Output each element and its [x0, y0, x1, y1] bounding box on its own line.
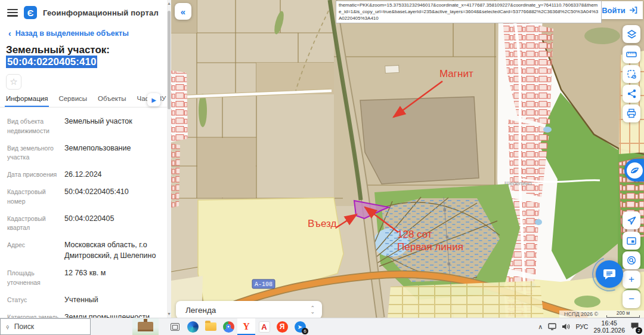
acrobat-button[interactable]: A [255, 318, 273, 335]
yandex-browser-icon: Y [243, 321, 250, 332]
field-row: Вид объекта недвижимости Земельный участ… [7, 116, 163, 136]
edge-icon [187, 321, 199, 333]
zoom-out-button[interactable]: − [623, 290, 640, 308]
scroll-up-icon[interactable]: ▲ [167, 0, 171, 7]
tab-services[interactable]: Сервисы [58, 95, 87, 107]
zoom-in-button[interactable]: + [623, 271, 640, 288]
search-placeholder: Поиск [14, 322, 34, 331]
page-title: Земельный участок: 50:04:0220405:410 [0, 38, 171, 68]
scrollbar-thumb[interactable] [168, 11, 171, 109]
ruler-icon [626, 51, 637, 58]
page-title-label: Земельный участок: [6, 44, 110, 56]
legend-bar[interactable]: Легенда ⌃⌄ [176, 301, 322, 318]
search-on-map-button[interactable] [623, 251, 640, 269]
field-row: Вид земельного участка Землепользование [7, 143, 163, 163]
login-icon [629, 7, 637, 14]
app-logo: Є [24, 6, 37, 19]
yandex-app-button[interactable]: Я [273, 318, 291, 335]
notifications-badge: 2 [636, 327, 642, 334]
news-widget[interactable] [132, 318, 159, 335]
annotation-area-1: 128 сот [397, 229, 432, 240]
layers-icon [627, 29, 637, 39]
minimap-button[interactable] [623, 232, 640, 250]
tabs-scroll-right-button[interactable]: ▶ [147, 93, 160, 106]
field-row: Площадь уточненная 12 763 кв. м [7, 268, 163, 288]
back-link[interactable]: ‹ Назад в выделенные объекты [0, 21, 171, 38]
scale-bar: 200 м [606, 311, 640, 318]
quick-panel-icon [627, 162, 643, 179]
acrobat-icon: A [259, 321, 270, 333]
field-row: Кадастровый квартал 50:04:0220405 [7, 213, 163, 233]
search-icon: ⌕ [3, 322, 12, 331]
scroll-down-icon[interactable]: ▼ [167, 311, 171, 318]
field-row: Категория земель Земли промышленности, э… [7, 312, 163, 318]
map-attribution: НСПД 2026 © 200 м [559, 311, 644, 318]
chrome-button[interactable] [219, 318, 237, 335]
village-label: Шелепино [504, 180, 531, 186]
favorite-button[interactable]: ☆ [6, 74, 21, 90]
scale-label: 200 м [617, 311, 630, 316]
print-button[interactable] [623, 105, 640, 122]
task-view-icon [171, 323, 179, 331]
yandex-icon: Я [277, 321, 288, 333]
field-row: Статус Учтенный [7, 294, 163, 305]
geolocation-button[interactable] [623, 211, 640, 229]
attribution-text: НСПД 2026 © [564, 311, 598, 317]
taskbar-clock[interactable]: 16:45 29.01.2026 [593, 319, 625, 334]
clock-time: 16:45 [602, 319, 617, 327]
sidebar-collapse-button[interactable]: « [175, 3, 191, 20]
road-badge: А-108 [252, 279, 275, 288]
share-button[interactable] [623, 85, 640, 103]
minimap-icon [627, 237, 636, 245]
taskbar: ⌕ Поиск Y A Я ➤ 6 ∧ РУС 16:45 29.01.2026 [0, 318, 644, 335]
quick-panel-tab[interactable] [624, 159, 644, 182]
info-panel: Є Геоинформационный портал ‹ Назад в выд… [0, 0, 171, 318]
map-search-icon [627, 256, 636, 265]
svg-text:А-108: А-108 [255, 281, 273, 288]
annotation-entrance: Въезд [308, 218, 336, 229]
map-area[interactable]: Шелепино [171, 0, 644, 318]
notifications-button[interactable]: 2 [630, 321, 639, 332]
menu-icon[interactable] [7, 9, 18, 17]
clock-date: 29.01.2026 [593, 327, 625, 334]
sidebar-scrollbar[interactable]: ▲ ▼ [167, 0, 171, 318]
layers-button[interactable] [623, 25, 640, 43]
app-title: Геоинформационный портал [43, 8, 159, 17]
map-canvas[interactable]: Шелепино [171, 0, 644, 318]
cadastral-number-highlight: 50:04:0220405:410 [6, 56, 97, 68]
field-row: Дата присвоения 26.12.2024 [7, 169, 163, 180]
taskbar-search[interactable]: ⌕ Поиск [0, 318, 91, 335]
field-row: Адрес Московская область, г.о Дмитровски… [7, 239, 163, 261]
login-button[interactable]: Войти [596, 1, 643, 19]
edge-button[interactable] [184, 318, 202, 335]
tab-information[interactable]: Информация [6, 95, 48, 107]
chevron-left-icon: ‹ [8, 29, 11, 38]
display-tray-icon[interactable] [548, 323, 556, 330]
folder-icon [205, 322, 216, 331]
annotation-area-2: Первая линия [397, 241, 463, 253]
hidden-icons-button[interactable]: ∧ [538, 323, 543, 331]
messenger-button[interactable]: ➤ 6 [291, 318, 309, 335]
location-arrow-icon [627, 216, 636, 225]
share-icon [627, 89, 636, 99]
measure-button[interactable] [623, 45, 640, 63]
tab-objects[interactable]: Объекты [98, 95, 126, 107]
chrome-icon [223, 321, 234, 333]
login-label: Войти [602, 6, 626, 15]
yandex-browser-button[interactable]: Y [237, 318, 255, 335]
chat-button[interactable] [596, 260, 623, 288]
back-link-label: Назад в выделенные объекты [16, 29, 129, 38]
field-row: Кадастровый номер 50:04:0220405:410 [7, 186, 163, 207]
task-view-button[interactable] [166, 318, 184, 335]
file-explorer-button[interactable] [202, 318, 219, 335]
chat-icon [603, 268, 616, 280]
printer-icon [627, 109, 636, 118]
select-area-button[interactable] [623, 65, 640, 83]
legend-label: Легенда [185, 306, 216, 315]
volume-icon[interactable] [562, 323, 570, 330]
language-indicator[interactable]: РУС [575, 323, 588, 330]
url-tooltip: thematic=PKK&zoom=15.375331232946017&coo… [336, 1, 602, 23]
lasso-icon [627, 69, 637, 79]
annotation-magnit: Магнит [439, 68, 473, 79]
tab-bar: Информация Сервисы Объекты Части ЗУ Сост… [0, 90, 171, 107]
